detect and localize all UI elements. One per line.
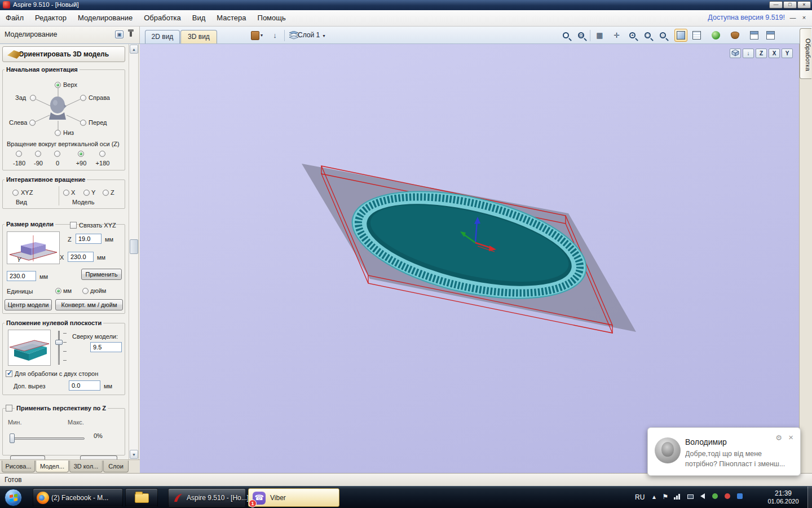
update-available-link[interactable]: Доступна версия 9.519! <box>708 10 785 25</box>
tab-drawing[interactable]: Рисова... <box>2 461 35 472</box>
material-settings-icon[interactable]: ▾ <box>250 29 263 42</box>
two-sided-checkbox[interactable] <box>6 370 12 377</box>
perspective-slider-handle[interactable] <box>10 433 15 443</box>
clock-time[interactable]: 21:39 <box>762 489 804 497</box>
menu-toolpaths[interactable]: Обработка <box>138 10 187 25</box>
convert-units-button[interactable]: Конверт. мм / дюйм <box>55 299 123 310</box>
rotate-z-radio[interactable] <box>103 190 109 196</box>
perspective-slider-track[interactable] <box>11 437 85 440</box>
shaded-view-toggle-icon[interactable] <box>674 29 687 42</box>
volume-icon[interactable] <box>698 493 707 501</box>
taskbar-explorer-button[interactable] <box>125 488 158 507</box>
size-z-input[interactable] <box>76 234 102 244</box>
zoom-box-icon[interactable] <box>559 29 572 42</box>
maximize-button[interactable]: □ <box>783 1 797 8</box>
layer-dropdown-icon[interactable]: ▾ <box>323 33 325 38</box>
gap-input[interactable] <box>69 380 100 391</box>
app-tray-icon-2[interactable] <box>735 493 744 501</box>
apply-size-button[interactable]: Применить <box>81 269 122 280</box>
size-x-input[interactable] <box>68 252 94 262</box>
toolpath-summary-icon[interactable] <box>748 29 761 42</box>
zoom-in-icon[interactable]: + <box>626 29 639 42</box>
angle--90-radio[interactable] <box>35 151 41 157</box>
tab-modeling[interactable]: Модел... <box>36 461 69 472</box>
viber-notification-popup[interactable]: Володимир Добре,тоді що від мене потрібн… <box>647 427 801 476</box>
zoom-window-icon[interactable]: □ <box>641 29 654 42</box>
scrollbar-thumb[interactable] <box>130 239 138 254</box>
orient-top-radio[interactable] <box>55 82 61 88</box>
rotate-x-radio[interactable] <box>63 190 69 196</box>
menu-file[interactable]: Файл <box>0 10 29 25</box>
import-component-icon[interactable]: ↓ <box>268 29 281 42</box>
notification-settings-icon[interactable]: ⚙ <box>775 433 782 442</box>
notification-close-icon[interactable]: × <box>788 432 793 442</box>
taskbar-viber-button[interactable]: ☎ 1 Viber <box>248 488 339 507</box>
minimize-button[interactable]: — <box>769 1 783 8</box>
antivirus-tray-icon[interactable] <box>710 493 720 501</box>
menu-gadgets[interactable]: Мастера <box>211 10 251 25</box>
orient-front-radio[interactable] <box>80 120 86 126</box>
plan-view-icon[interactable]: ↓ <box>743 49 754 58</box>
orient-bottom-radio[interactable] <box>55 130 61 136</box>
hidden-icons-button[interactable]: ▴ <box>650 493 659 501</box>
view-along-x-icon[interactable]: X <box>769 49 780 58</box>
display-tray-icon[interactable] <box>686 493 695 501</box>
zoom-selection-icon[interactable]: ▭ <box>575 29 588 42</box>
app-tray-icon-3[interactable] <box>748 493 757 501</box>
wireframe-view-toggle-icon[interactable] <box>690 29 703 42</box>
menu-help[interactable]: Помощь <box>252 10 292 25</box>
panel-close-button-clipped[interactable] <box>80 456 117 459</box>
show-desktop-button[interactable] <box>807 487 812 508</box>
zoom-extents-icon[interactable]: ⌂ <box>656 29 669 42</box>
zero-plane-slider-track[interactable] <box>58 331 60 365</box>
panel-ok-button-clipped[interactable] <box>10 456 45 459</box>
scroll-down-button[interactable]: ▼ <box>130 450 138 459</box>
menu-edit[interactable]: Редактор <box>29 10 72 25</box>
action-center-icon[interactable]: ⚑ <box>661 493 670 501</box>
angle-+90-radio[interactable] <box>78 151 84 157</box>
toolpaths-dock-tab[interactable]: Обработка <box>800 28 811 79</box>
language-indicator[interactable]: RU <box>635 493 645 501</box>
orient-left-radio[interactable] <box>29 120 36 126</box>
rotate-y-radio[interactable] <box>83 190 90 196</box>
link-xyz-checkbox[interactable] <box>70 222 77 229</box>
taskbar-firefox-button[interactable]: (2) Facebook - M... <box>33 488 123 507</box>
perspective-checkbox[interactable] <box>6 405 12 411</box>
tab-layers[interactable]: Слои <box>103 461 129 472</box>
zero-plane-slider-handle[interactable] <box>55 340 63 345</box>
menu-view[interactable]: Вид <box>187 10 211 25</box>
orient-back-radio[interactable] <box>30 95 36 101</box>
viewport-3d[interactable] <box>140 44 799 473</box>
clock-date[interactable]: 01.06.2020 <box>762 498 804 505</box>
orient-3d-model-header[interactable]: Ориентировать 3D модель <box>2 46 125 62</box>
rotate-xyz-radio[interactable] <box>12 190 19 196</box>
isometric-view-icon[interactable] <box>730 49 741 58</box>
above-model-input[interactable] <box>90 342 122 352</box>
material-dropdown-icon[interactable]: ▾ <box>261 33 263 38</box>
close-button[interactable]: × <box>797 1 811 8</box>
tab-2d-view[interactable]: 2D вид <box>145 30 180 43</box>
start-button[interactable] <box>5 489 22 506</box>
center-model-button[interactable]: Центр модели <box>5 299 52 310</box>
tab-clipart[interactable]: 3D кол... <box>69 461 103 472</box>
job-sheet-icon[interactable] <box>764 29 777 42</box>
size-y-input[interactable] <box>7 271 36 281</box>
panel-float-icon[interactable]: ▣ <box>115 30 123 38</box>
view-along-y-icon[interactable]: Y <box>782 49 793 58</box>
taskbar-aspire-button[interactable]: Aspire 9.510 - [Но...] <box>168 488 246 507</box>
lighting-icon[interactable] <box>709 29 722 42</box>
unit-inch-radio[interactable] <box>82 288 89 294</box>
scroll-up-button[interactable]: ▲ <box>130 45 138 54</box>
view-along-z-icon[interactable]: Z <box>756 49 767 58</box>
pan-view-icon[interactable]: ✛ <box>610 29 623 42</box>
layer-select[interactable]: Слой 1 ▾ <box>298 31 325 39</box>
panel-scrollbar[interactable]: ▲ ▼ <box>129 44 139 459</box>
mdi-minimize-button[interactable]: — <box>788 14 797 22</box>
unit-mm-radio[interactable] <box>55 288 61 294</box>
network-signal-icon[interactable] <box>673 493 681 500</box>
angle-+180-radio[interactable] <box>99 151 105 157</box>
orient-right-radio[interactable] <box>80 95 86 101</box>
grid-toggle-icon[interactable]: ▦ <box>593 29 606 42</box>
menu-modeling[interactable]: Моделирование <box>72 10 138 25</box>
app-tray-icon-1[interactable] <box>723 493 732 501</box>
